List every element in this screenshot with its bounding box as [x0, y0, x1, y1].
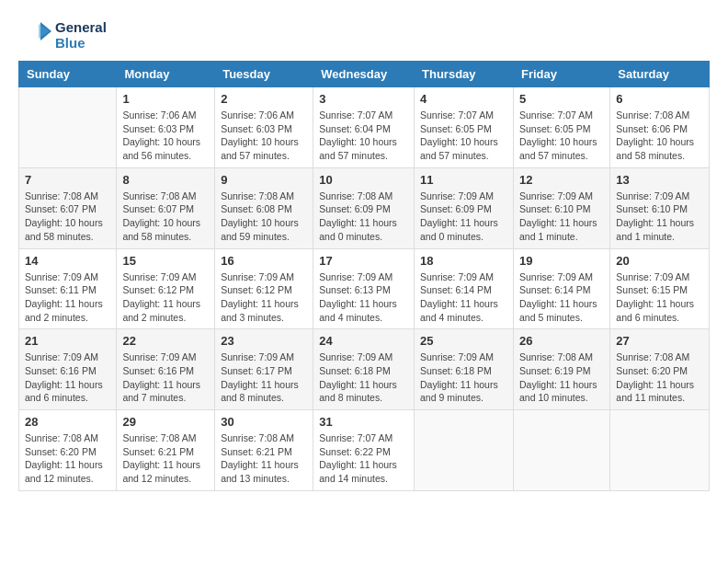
logo-svg	[18, 18, 51, 52]
day-number: 30	[221, 415, 307, 429]
week-row-5: 28Sunrise: 7:08 AMSunset: 6:20 PMDayligh…	[19, 410, 710, 491]
day-info: Sunrise: 7:06 AMSunset: 6:03 PMDaylight:…	[221, 109, 307, 163]
day-info: Sunrise: 7:09 AMSunset: 6:13 PMDaylight:…	[319, 270, 408, 325]
weekday-header-friday: Friday	[513, 62, 609, 87]
day-info: Sunrise: 7:06 AMSunset: 6:03 PMDaylight:…	[122, 109, 209, 163]
calendar-table: SundayMondayTuesdayWednesdayThursdayFrid…	[18, 61, 710, 491]
calendar-cell: 21Sunrise: 7:09 AMSunset: 6:16 PMDayligh…	[19, 329, 117, 410]
calendar-cell	[19, 87, 117, 168]
calendar-cell: 1Sunrise: 7:06 AMSunset: 6:03 PMDaylight…	[117, 87, 215, 168]
day-number: 26	[519, 334, 604, 348]
calendar-cell: 22Sunrise: 7:09 AMSunset: 6:16 PMDayligh…	[117, 329, 215, 410]
calendar-cell: 16Sunrise: 7:09 AMSunset: 6:12 PMDayligh…	[215, 248, 313, 329]
day-info: Sunrise: 7:09 AMSunset: 6:14 PMDaylight:…	[519, 270, 604, 325]
week-row-2: 7Sunrise: 7:08 AMSunset: 6:07 PMDaylight…	[19, 167, 710, 248]
calendar-cell: 17Sunrise: 7:09 AMSunset: 6:13 PMDayligh…	[313, 248, 415, 329]
day-number: 25	[420, 334, 507, 348]
day-info: Sunrise: 7:09 AMSunset: 6:11 PMDaylight:…	[25, 270, 110, 325]
day-info: Sunrise: 7:08 AMSunset: 6:06 PMDaylight:…	[616, 109, 703, 163]
day-info: Sunrise: 7:09 AMSunset: 6:14 PMDaylight:…	[420, 270, 507, 325]
calendar-cell: 23Sunrise: 7:09 AMSunset: 6:17 PMDayligh…	[215, 329, 313, 410]
day-number: 12	[519, 173, 604, 187]
calendar-cell: 15Sunrise: 7:09 AMSunset: 6:12 PMDayligh…	[117, 248, 215, 329]
day-number: 19	[519, 254, 604, 268]
calendar-cell: 3Sunrise: 7:07 AMSunset: 6:04 PMDaylight…	[313, 87, 415, 168]
weekday-header-wednesday: Wednesday	[313, 62, 415, 87]
day-info: Sunrise: 7:09 AMSunset: 6:12 PMDaylight:…	[221, 270, 307, 325]
day-info: Sunrise: 7:08 AMSunset: 6:08 PMDaylight:…	[221, 190, 307, 244]
calendar-cell: 25Sunrise: 7:09 AMSunset: 6:18 PMDayligh…	[415, 329, 514, 410]
week-row-4: 21Sunrise: 7:09 AMSunset: 6:16 PMDayligh…	[19, 329, 710, 410]
day-number: 3	[319, 92, 408, 106]
day-info: Sunrise: 7:09 AMSunset: 6:17 PMDaylight:…	[221, 350, 307, 405]
day-number: 15	[122, 254, 209, 268]
calendar-cell: 27Sunrise: 7:08 AMSunset: 6:20 PMDayligh…	[610, 329, 710, 410]
calendar-cell: 6Sunrise: 7:08 AMSunset: 6:06 PMDaylight…	[610, 87, 710, 168]
day-number: 13	[616, 173, 703, 187]
day-number: 27	[616, 334, 703, 348]
logo-text: General Blue	[55, 19, 107, 52]
calendar-cell: 24Sunrise: 7:09 AMSunset: 6:18 PMDayligh…	[313, 329, 415, 410]
day-number: 6	[616, 92, 703, 106]
day-number: 11	[420, 173, 507, 187]
day-info: Sunrise: 7:09 AMSunset: 6:18 PMDaylight:…	[319, 350, 408, 405]
day-number: 10	[319, 173, 408, 187]
calendar-cell: 28Sunrise: 7:08 AMSunset: 6:20 PMDayligh…	[19, 410, 117, 491]
calendar-cell: 2Sunrise: 7:06 AMSunset: 6:03 PMDaylight…	[215, 87, 313, 168]
calendar-cell	[610, 410, 710, 491]
calendar-cell: 30Sunrise: 7:08 AMSunset: 6:21 PMDayligh…	[215, 410, 313, 491]
day-info: Sunrise: 7:08 AMSunset: 6:19 PMDaylight:…	[519, 350, 604, 405]
day-number: 4	[420, 92, 507, 106]
day-number: 16	[221, 254, 307, 268]
day-info: Sunrise: 7:08 AMSunset: 6:07 PMDaylight:…	[25, 190, 110, 244]
calendar-cell: 14Sunrise: 7:09 AMSunset: 6:11 PMDayligh…	[19, 248, 117, 329]
calendar-cell: 31Sunrise: 7:07 AMSunset: 6:22 PMDayligh…	[313, 410, 415, 491]
calendar-cell: 5Sunrise: 7:07 AMSunset: 6:05 PMDaylight…	[513, 87, 609, 168]
day-number: 14	[25, 254, 110, 268]
weekday-header-row: SundayMondayTuesdayWednesdayThursdayFrid…	[19, 62, 710, 87]
weekday-header-saturday: Saturday	[610, 62, 710, 87]
calendar-cell	[513, 410, 609, 491]
day-number: 1	[122, 92, 209, 106]
day-info: Sunrise: 7:08 AMSunset: 6:21 PMDaylight:…	[221, 431, 307, 486]
logo-container: General Blue	[18, 18, 107, 52]
calendar-cell: 7Sunrise: 7:08 AMSunset: 6:07 PMDaylight…	[19, 167, 117, 248]
day-number: 8	[122, 173, 209, 187]
day-number: 9	[221, 173, 307, 187]
logo-general: General	[55, 19, 107, 35]
day-info: Sunrise: 7:08 AMSunset: 6:09 PMDaylight:…	[319, 190, 408, 244]
day-info: Sunrise: 7:09 AMSunset: 6:10 PMDaylight:…	[519, 190, 604, 244]
week-row-1: 1Sunrise: 7:06 AMSunset: 6:03 PMDaylight…	[19, 87, 710, 168]
calendar-cell: 19Sunrise: 7:09 AMSunset: 6:14 PMDayligh…	[513, 248, 609, 329]
day-number: 18	[420, 254, 507, 268]
day-info: Sunrise: 7:09 AMSunset: 6:18 PMDaylight:…	[420, 350, 507, 405]
day-info: Sunrise: 7:07 AMSunset: 6:05 PMDaylight:…	[519, 109, 604, 163]
day-number: 29	[122, 415, 209, 429]
day-info: Sunrise: 7:09 AMSunset: 6:16 PMDaylight:…	[122, 350, 209, 405]
calendar-cell: 8Sunrise: 7:08 AMSunset: 6:07 PMDaylight…	[117, 167, 215, 248]
calendar-cell: 20Sunrise: 7:09 AMSunset: 6:15 PMDayligh…	[610, 248, 710, 329]
calendar-cell: 13Sunrise: 7:09 AMSunset: 6:10 PMDayligh…	[610, 167, 710, 248]
week-row-3: 14Sunrise: 7:09 AMSunset: 6:11 PMDayligh…	[19, 248, 710, 329]
day-info: Sunrise: 7:07 AMSunset: 6:22 PMDaylight:…	[319, 431, 408, 486]
day-number: 28	[25, 415, 110, 429]
calendar-cell: 18Sunrise: 7:09 AMSunset: 6:14 PMDayligh…	[415, 248, 514, 329]
day-info: Sunrise: 7:09 AMSunset: 6:16 PMDaylight:…	[25, 350, 110, 405]
day-number: 31	[319, 415, 408, 429]
day-info: Sunrise: 7:07 AMSunset: 6:04 PMDaylight:…	[319, 109, 408, 163]
weekday-header-sunday: Sunday	[19, 62, 117, 87]
logo: General Blue	[18, 18, 107, 52]
calendar-cell	[415, 410, 514, 491]
day-number: 23	[221, 334, 307, 348]
day-number: 24	[319, 334, 408, 348]
day-number: 17	[319, 254, 408, 268]
day-number: 22	[122, 334, 209, 348]
calendar-cell: 4Sunrise: 7:07 AMSunset: 6:05 PMDaylight…	[415, 87, 514, 168]
calendar-cell: 12Sunrise: 7:09 AMSunset: 6:10 PMDayligh…	[513, 167, 609, 248]
calendar-cell: 10Sunrise: 7:08 AMSunset: 6:09 PMDayligh…	[313, 167, 415, 248]
day-info: Sunrise: 7:09 AMSunset: 6:10 PMDaylight:…	[616, 190, 703, 244]
weekday-header-tuesday: Tuesday	[215, 62, 313, 87]
day-number: 7	[25, 173, 110, 187]
day-info: Sunrise: 7:09 AMSunset: 6:12 PMDaylight:…	[122, 270, 209, 325]
calendar-cell: 9Sunrise: 7:08 AMSunset: 6:08 PMDaylight…	[215, 167, 313, 248]
